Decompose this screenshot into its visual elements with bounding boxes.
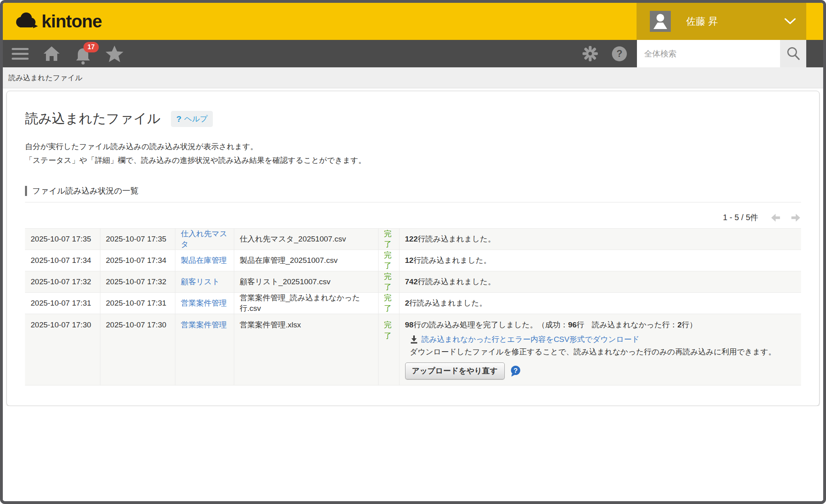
help-button[interactable]: ? (612, 46, 627, 61)
pagination-arrows (770, 213, 801, 223)
favorites-button[interactable] (105, 40, 124, 67)
imported-row-count: 12 (405, 256, 414, 264)
section-header-wrap: ファイル読み込み状況の一覧 (25, 186, 801, 202)
empty-space (3, 406, 823, 500)
home-button[interactable] (42, 40, 61, 67)
failed-row-count: 2 (677, 321, 682, 329)
table-row: 2025-10-07 17:30 2025-10-07 17:30 営業案件管理… (25, 314, 801, 385)
status-badge: 完了 (384, 251, 392, 270)
breadcrumb: 読み込まれたファイル (3, 67, 823, 88)
table-row: 2025-10-07 17:32 2025-10-07 17:32 顧客リスト … (25, 271, 801, 293)
end-time-cell: 2025-10-07 17:35 (100, 229, 175, 250)
detail-message: 行読み込まれました。 (418, 235, 495, 243)
settings-button[interactable] (582, 46, 598, 62)
detail-message: 行読み込まれました。 (409, 299, 487, 307)
app-link[interactable]: 製品在庫管理 (181, 256, 227, 264)
search-input[interactable] (637, 40, 780, 67)
pagination: 1 - 5 / 5件 (25, 212, 801, 223)
kintone-logo-text: kintone (42, 11, 102, 31)
question-balloon-icon: ? (510, 365, 521, 377)
status-badge: 完了 (384, 272, 392, 291)
detail-cell: 2行読み込まれました。 (399, 293, 801, 314)
detail-cell: 122行読み込まれました。 (399, 229, 801, 250)
app-window: kintone 佐藤 昇 (0, 0, 826, 504)
question-mark-icon: ? (616, 48, 622, 59)
end-time-cell: 2025-10-07 17:34 (100, 250, 175, 271)
app-link[interactable]: 営業案件管理 (181, 321, 227, 329)
detail-cell: 98行の読み込み処理を完了しました。（成功：96行 読み込まれなかった行：2行）… (399, 314, 801, 385)
imported-row-count: 2 (405, 299, 410, 307)
error-csv-download-row: 読み込まれなかった行とエラー内容をCSV形式でダウンロード (405, 334, 796, 345)
magnifier-icon (786, 46, 801, 61)
detail-cell: 742行読み込まれました。 (399, 271, 801, 293)
search-button[interactable] (780, 40, 806, 67)
file-name-cell: 営業案件管理_読み込まれなかった行.csv (234, 293, 378, 314)
app-link[interactable]: 顧客リスト (181, 277, 220, 286)
description-line-1: 自分が実行したファイル読み込みの読み込み状況が表示されます。 (25, 140, 801, 154)
help-link[interactable]: ? ヘルプ (171, 111, 213, 127)
page-title: 読み込まれたファイル (25, 110, 160, 128)
home-icon (43, 46, 60, 62)
help-link-label: ヘルプ (184, 114, 208, 124)
user-name: 佐藤 昇 (686, 15, 718, 28)
imported-row-count: 122 (405, 235, 418, 243)
import-status-table: 2025-10-07 17:35 2025-10-07 17:35 仕入れ先マス… (25, 228, 801, 385)
main-area: 読み込まれたファイル ? ヘルプ 自分が実行したファイル読み込みの読み込み状況が… (3, 91, 823, 500)
total-row-count: 98 (405, 321, 414, 329)
next-page-button[interactable] (791, 213, 801, 223)
detail-cell: 12行読み込まれました。 (399, 250, 801, 271)
start-time-cell: 2025-10-07 17:34 (25, 250, 100, 271)
person-icon (650, 11, 671, 32)
arrow-left-icon (770, 213, 781, 223)
imported-row-count: 742 (405, 277, 418, 286)
avatar (650, 11, 671, 32)
retry-row: アップロードをやり直す ? (405, 362, 796, 379)
hamburger-menu-button[interactable] (11, 40, 29, 67)
status-badge: 完了 (384, 229, 392, 248)
file-name-cell: 顧客リスト_20251007.csv (234, 271, 378, 293)
start-time-cell: 2025-10-07 17:30 (25, 314, 100, 385)
app-link[interactable]: 営業案件管理 (181, 299, 227, 307)
file-name-cell: 営業案件管理.xlsx (234, 314, 378, 385)
global-nav-bar: 17 (3, 40, 823, 67)
kintone-logo[interactable]: kintone (15, 3, 102, 40)
user-menu[interactable]: 佐藤 昇 (637, 3, 806, 40)
detail-message: 行読み込まれました。 (414, 256, 491, 264)
reimport-note: ダウンロードしたファイルを修正することで、読み込まれなかった行のみの再読み込みに… (405, 346, 796, 357)
retry-upload-button[interactable]: アップロードをやり直す (405, 362, 505, 379)
status-badge: 完了 (384, 294, 392, 312)
table-row: 2025-10-07 17:31 2025-10-07 17:31 営業案件管理… (25, 293, 801, 314)
app-header: kintone 佐藤 昇 (3, 3, 823, 40)
pagination-range: 1 - 5 / 5件 (723, 212, 758, 223)
status-badge: 完了 (384, 321, 392, 340)
question-mark-icon: ? (176, 114, 181, 124)
star-icon (105, 45, 124, 62)
start-time-cell: 2025-10-07 17:35 (25, 229, 100, 250)
success-row-count: 96 (568, 321, 576, 329)
nav-left-icons: 17 (11, 40, 124, 67)
imported-files-card: 読み込まれたファイル ? ヘルプ 自分が実行したファイル読み込みの読み込み状況が… (6, 91, 820, 406)
end-time-cell: 2025-10-07 17:31 (100, 293, 175, 314)
title-row: 読み込まれたファイル ? ヘルプ (25, 110, 801, 128)
detail-message: 行読み込まれました。 (418, 277, 495, 286)
app-link[interactable]: 仕入れ先マスタ (181, 229, 227, 248)
hamburger-icon (12, 48, 29, 60)
chevron-down-icon (784, 18, 796, 27)
file-name-cell: 仕入れ先マスタ_20251007.csv (234, 229, 378, 250)
table-row: 2025-10-07 17:35 2025-10-07 17:35 仕入れ先マス… (25, 229, 801, 250)
gear-icon (582, 46, 598, 62)
description-line-2: 「ステータス」や「詳細」欄で、読み込みの進捗状況や読み込み結果を確認することがで… (25, 154, 801, 167)
prev-page-button[interactable] (770, 213, 781, 223)
table-row: 2025-10-07 17:34 2025-10-07 17:34 製品在庫管理… (25, 250, 801, 271)
nav-right-group: ? (582, 40, 806, 67)
import-summary: 98行の読み込み処理を完了しました。（成功：96行 読み込まれなかった行：2行） (405, 319, 796, 330)
retry-help-balloon-button[interactable]: ? (510, 365, 521, 377)
notifications-button[interactable]: 17 (74, 40, 92, 67)
start-time-cell: 2025-10-07 17:31 (25, 293, 100, 314)
breadcrumb-current: 読み込まれたファイル (8, 73, 82, 83)
notification-count-badge: 17 (83, 42, 99, 52)
svg-text:?: ? (513, 367, 517, 374)
error-csv-download-link[interactable]: 読み込まれなかった行とエラー内容をCSV形式でダウンロード (422, 334, 640, 345)
arrow-right-icon (791, 213, 801, 223)
file-name-cell: 製品在庫管理_20251007.csv (234, 250, 378, 271)
